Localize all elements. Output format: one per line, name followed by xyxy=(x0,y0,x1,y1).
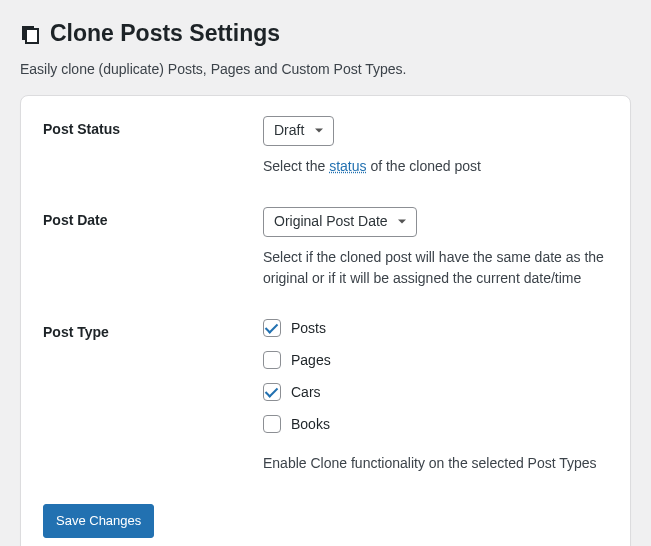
checkbox-item-books[interactable]: Books xyxy=(263,415,608,433)
checkbox-label: Pages xyxy=(291,352,331,368)
checkbox-posts[interactable] xyxy=(263,319,281,337)
clone-icon xyxy=(20,24,40,44)
row-post-date: Post Date Original Post Date Select if t… xyxy=(43,207,608,289)
checkbox-label: Books xyxy=(291,416,330,432)
desc-post-status: Select the status of the cloned post xyxy=(263,156,608,177)
label-post-type: Post Type xyxy=(43,319,263,340)
svg-rect-1 xyxy=(26,29,38,43)
checkbox-item-pages[interactable]: Pages xyxy=(263,351,608,369)
desc-post-date: Select if the cloned post will have the … xyxy=(263,247,608,289)
checkbox-books[interactable] xyxy=(263,415,281,433)
checkbox-cars[interactable] xyxy=(263,383,281,401)
page-title-text: Clone Posts Settings xyxy=(50,19,280,49)
settings-panel: Post Status Draft Select the status of t… xyxy=(20,95,631,546)
checkbox-item-cars[interactable]: Cars xyxy=(263,383,608,401)
row-post-type: Post Type PostsPagesCarsBooks Enable Clo… xyxy=(43,319,608,474)
label-post-status: Post Status xyxy=(43,116,263,137)
checkbox-label: Cars xyxy=(291,384,321,400)
select-post-status[interactable]: Draft xyxy=(263,116,334,146)
label-post-date: Post Date xyxy=(43,207,263,228)
select-post-date[interactable]: Original Post Date xyxy=(263,207,417,237)
checkbox-list-post-type: PostsPagesCarsBooks xyxy=(263,319,608,433)
desc-post-type: Enable Clone functionality on the select… xyxy=(263,453,608,474)
checkbox-label: Posts xyxy=(291,320,326,336)
page-subtitle: Easily clone (duplicate) Posts, Pages an… xyxy=(20,61,631,77)
row-post-status: Post Status Draft Select the status of t… xyxy=(43,116,608,177)
page-title: Clone Posts Settings xyxy=(20,10,631,53)
checkbox-item-posts[interactable]: Posts xyxy=(263,319,608,337)
link-status-docs[interactable]: status xyxy=(329,158,366,174)
save-button[interactable]: Save Changes xyxy=(43,504,154,538)
checkbox-pages[interactable] xyxy=(263,351,281,369)
